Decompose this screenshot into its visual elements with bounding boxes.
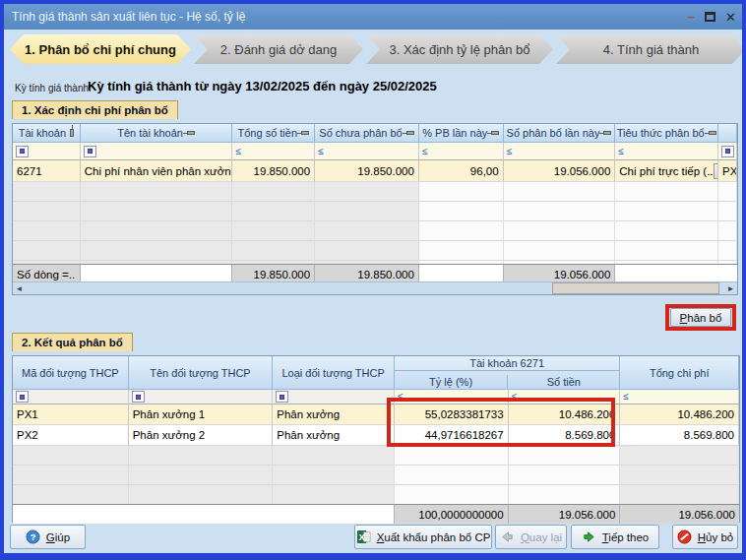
help-button[interactable]: ? Giúp bbox=[10, 525, 86, 549]
footer-allocated-this-time: 19.056.000 bbox=[504, 264, 616, 283]
scroll-right-icon[interactable]: ► bbox=[724, 282, 737, 294]
pin-icon[interactable] bbox=[406, 131, 414, 135]
filter-icon[interactable] bbox=[16, 146, 29, 157]
cell-account[interactable]: 6271 bbox=[13, 160, 81, 182]
tab-calculate-cost[interactable]: 4. Tính giá thành bbox=[556, 34, 742, 64]
cancel-icon bbox=[677, 529, 692, 544]
cell-object-name[interactable]: Phân xưởng 2 bbox=[129, 425, 274, 446]
back-button[interactable]: Quay lại bbox=[495, 525, 567, 549]
help-icon: ? bbox=[26, 529, 40, 544]
tab-evaluate-wip[interactable]: 2. Đánh giá dở dang bbox=[194, 34, 363, 64]
table-row: PX2 Phân xưởng 2 Phân xưởng 44,971661826… bbox=[13, 425, 739, 446]
close-icon[interactable]: ✕ bbox=[725, 10, 736, 25]
column-header-total-cost[interactable]: Tổng chi phí bbox=[620, 356, 739, 390]
section2-title: 2. Kết quả phân bổ bbox=[12, 333, 133, 351]
column-header-partial[interactable] bbox=[718, 124, 737, 143]
filter-icon[interactable] bbox=[16, 391, 29, 403]
next-button[interactable]: Tiếp theo bbox=[571, 525, 659, 549]
grid-empty-area bbox=[13, 446, 739, 504]
cancel-button[interactable]: Hủy bỏ bbox=[672, 525, 738, 549]
column-header-amount[interactable]: Số tiền bbox=[508, 375, 619, 389]
cell-criteria-dropdown[interactable]: Chi phí trực tiếp (.. ▼ bbox=[615, 160, 718, 182]
cell-unallocated[interactable]: 19.850.000 bbox=[315, 160, 419, 182]
dialog-window: Tính giá thành sản xuất liên tục - Hệ số… bbox=[0, 0, 746, 560]
allocation-cost-grid: Tài khoản Tên tài khoản Tổng số tiền Số … bbox=[12, 123, 738, 295]
column-header-ratio[interactable]: Tỷ lệ (%) bbox=[395, 375, 508, 389]
cell-object-type[interactable]: Phân xưởng bbox=[273, 404, 395, 425]
cell-partial[interactable]: PX1 bbox=[718, 160, 737, 182]
pin-icon[interactable] bbox=[187, 131, 195, 135]
period-label: Kỳ tính giá thành: bbox=[15, 83, 92, 93]
minimize-icon[interactable]: – bbox=[687, 12, 695, 22]
column-header-pb-percent[interactable]: % PB lần này bbox=[419, 124, 504, 143]
svg-text:X: X bbox=[358, 532, 365, 542]
footer-row-count: Số dòng =.. bbox=[13, 264, 81, 283]
column-header-allocated-this-time[interactable]: Số phân bổ lần này bbox=[504, 124, 616, 143]
arrow-left-icon bbox=[500, 529, 515, 544]
cell-object-name[interactable]: Phân xưởng 1 bbox=[129, 404, 274, 425]
filter-operator[interactable]: ≤ bbox=[623, 392, 629, 402]
horizontal-scrollbar[interactable]: ◄ ► bbox=[13, 281, 737, 294]
column-header-total-amount[interactable]: Tổng số tiền bbox=[232, 124, 315, 143]
filter-icon[interactable] bbox=[84, 146, 96, 157]
grid2-footer-row: 100,0000000000 19.056.000 19.056.000 bbox=[13, 504, 739, 524]
tab-allocate-common-cost[interactable]: 1. Phân bổ chi phí chung bbox=[10, 34, 191, 64]
column-group-account-6271: Tài khoản 6271 Tỷ lệ (%) Số tiền bbox=[395, 356, 620, 390]
filter-icon[interactable] bbox=[721, 146, 734, 157]
highlight-box-allocate bbox=[665, 304, 736, 331]
footer-total-amount: 19.850.000 bbox=[232, 264, 315, 283]
footer-unallocated: 19.850.000 bbox=[315, 264, 419, 283]
column-header-object-name[interactable]: Tên đối tượng THCP bbox=[129, 356, 274, 390]
column-header-account[interactable]: Tài khoản bbox=[13, 124, 81, 143]
title-bar: Tính giá thành sản xuất liên tục - Hệ số… bbox=[4, 4, 742, 30]
cell-object-type[interactable]: Phân xưởng bbox=[273, 425, 395, 446]
tab-determine-ratio[interactable]: 3. Xác định tỷ lệ phân bổ bbox=[366, 34, 553, 64]
cell-object-code[interactable]: PX2 bbox=[13, 425, 129, 446]
pin-icon[interactable] bbox=[603, 131, 611, 135]
column-header-criteria[interactable]: Tiêu thức phân bổ bbox=[615, 124, 718, 143]
cell-allocated-this-time[interactable]: 19.056.000 bbox=[504, 160, 616, 182]
dialog-body: Tính giá thành sản xuất liên tục - Hệ số… bbox=[4, 4, 742, 553]
highlight-box-result-cells bbox=[387, 398, 615, 447]
group-header-label[interactable]: Tài khoản 6271 bbox=[395, 356, 619, 371]
column-header-unallocated[interactable]: Số chưa phân bổ bbox=[315, 124, 419, 143]
wizard-steps: 1. Phân bổ chi phí chung 2. Đánh giá dở … bbox=[10, 34, 742, 64]
cell-total-amount[interactable]: 19.850.000 bbox=[232, 160, 315, 182]
excel-icon: X bbox=[356, 529, 371, 544]
allocation-result-grid: Mã đối tượng THCP Tên đối tượng THCP Loạ… bbox=[12, 355, 740, 523]
pin-icon[interactable] bbox=[491, 131, 499, 135]
footer-amount: 19.056.000 bbox=[509, 504, 621, 524]
scroll-left-icon[interactable]: ◄ bbox=[13, 282, 26, 294]
filter-operator[interactable]: ≤ bbox=[422, 147, 428, 156]
cell-account-name[interactable]: Chi phí nhân viên phân xưởng bbox=[81, 160, 233, 182]
filter-icon[interactable] bbox=[132, 391, 145, 403]
table-row: 6271 Chi phí nhân viên phân xưởng 19.850… bbox=[13, 160, 737, 182]
pin-icon[interactable] bbox=[70, 129, 74, 137]
pin-icon[interactable] bbox=[301, 131, 309, 135]
filter-operator[interactable]: ≤ bbox=[318, 147, 324, 156]
filter-icon[interactable] bbox=[276, 391, 288, 403]
arrow-right-icon bbox=[582, 529, 596, 544]
column-header-account-name[interactable]: Tên tài khoản bbox=[81, 124, 233, 143]
footer-ratio: 100,0000000000 bbox=[395, 504, 509, 524]
column-header-object-type[interactable]: Loại đối tượng THCP bbox=[273, 356, 395, 390]
cell-object-code[interactable]: PX1 bbox=[13, 404, 129, 425]
filter-operator[interactable]: ≤ bbox=[507, 147, 513, 156]
table-row: PX1 Phân xưởng 1 Phân xưởng 55,028338173… bbox=[13, 404, 739, 425]
scrollbar-thumb[interactable] bbox=[552, 282, 719, 294]
svg-text:?: ? bbox=[30, 532, 35, 542]
export-allocation-button[interactable]: X Xuất khẩu phân bổ CP bbox=[354, 525, 492, 549]
grid-empty-area bbox=[13, 182, 737, 264]
column-header-object-code[interactable]: Mã đối tượng THCP bbox=[13, 356, 129, 390]
cell-pb-percent[interactable]: 96,00 bbox=[419, 160, 504, 182]
filter-operator[interactable]: ≤ bbox=[235, 147, 241, 156]
grid1-footer-row: Số dòng =.. 19.850.000 19.850.000 19.056… bbox=[13, 264, 737, 283]
cell-total-cost[interactable]: 8.569.800 bbox=[620, 425, 739, 446]
period-value: Kỳ tính giá thành từ ngày 13/02/2025 đến… bbox=[88, 79, 437, 93]
window-title: Tính giá thành sản xuất liên tục - Hệ số… bbox=[4, 10, 245, 24]
pin-icon[interactable] bbox=[709, 131, 716, 135]
maximize-icon[interactable] bbox=[705, 12, 715, 22]
cell-total-cost[interactable]: 10.486.200 bbox=[620, 404, 739, 425]
footer-total-cost: 19.056.000 bbox=[620, 504, 739, 524]
filter-operator[interactable]: ≤ bbox=[618, 147, 624, 156]
